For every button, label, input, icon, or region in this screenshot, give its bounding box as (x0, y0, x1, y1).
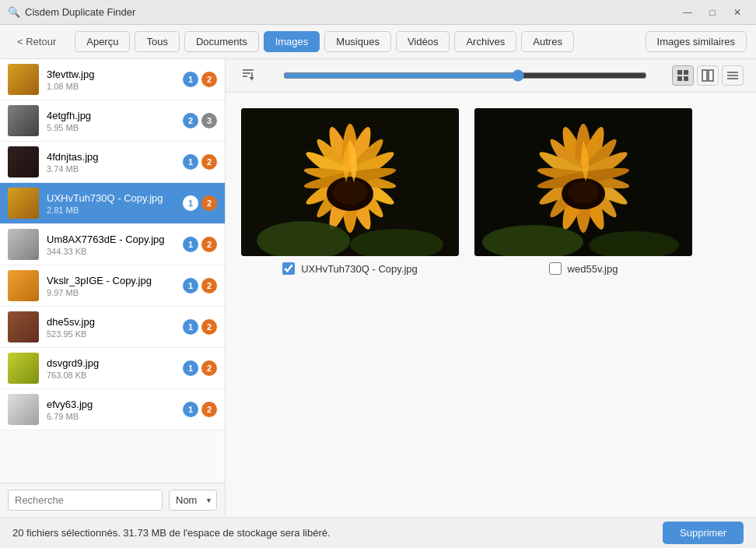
file-badges: 1 2 (183, 72, 217, 87)
badge-2: 2 (201, 195, 217, 211)
list-item[interactable]: efvy63.jpg 6.79 MB 1 2 (0, 389, 225, 430)
file-badges: 2 3 (183, 113, 217, 128)
tab-tous[interactable]: Tous (135, 31, 179, 52)
status-bar: 20 fichiers sélectionnés. 31.73 MB de l'… (0, 517, 756, 548)
file-size: 9.97 MB (47, 288, 177, 297)
file-info: Vkslr_3pIGE - Copy.jpg 9.97 MB (47, 275, 177, 297)
file-thumbnail (8, 270, 39, 301)
tab-apercu[interactable]: Aperçu (75, 31, 130, 52)
image-preview-1 (241, 108, 459, 256)
toolbar: < Retour Aperçu Tous Documents Images Mu… (0, 25, 756, 59)
file-thumbnail (8, 353, 39, 384)
file-name: UXHvTuh730Q - Copy.jpg (47, 192, 177, 204)
file-badges: 1 2 (183, 402, 217, 417)
badge-2: 2 (201, 360, 217, 376)
file-size: 523.95 KB (47, 329, 177, 339)
file-name: Vkslr_3pIGE - Copy.jpg (47, 275, 177, 286)
tab-musiques[interactable]: Musiques (324, 31, 391, 52)
file-size: 3.74 MB (47, 164, 177, 174)
file-info: UXHvTuh730Q - Copy.jpg 2.81 MB (47, 192, 177, 215)
svg-rect-4 (684, 70, 688, 75)
file-info: dsvgrd9.jpg 763.08 KB (47, 357, 177, 380)
list-item[interactable]: dsvgrd9.jpg 763.08 KB 1 2 (0, 348, 225, 389)
split-icon (702, 69, 714, 82)
tab-autres[interactable]: Autres (521, 31, 574, 52)
badge-2: 2 (201, 154, 217, 170)
badge-2: 3 (201, 113, 217, 128)
badge-1: 1 (183, 278, 198, 293)
grid-view-button[interactable] (672, 65, 694, 86)
size-slider[interactable] (283, 69, 647, 82)
image-filename-1: UXHvTuh730Q - Copy.jpg (301, 263, 418, 275)
main-content: 3fevttw.jpg 1.08 MB 1 2 4etgfh.jpg 5.95 … (0, 59, 756, 517)
back-button[interactable]: < Retour (9, 33, 64, 51)
similar-images-button[interactable]: Images similaires (646, 31, 747, 52)
svg-rect-7 (702, 70, 707, 81)
list-item[interactable]: 4fdnjtas.jpg 3.74 MB 1 2 (0, 142, 225, 183)
file-thumbnail (8, 394, 39, 425)
badge-1: 1 (183, 195, 198, 211)
file-badges: 1 2 (183, 154, 217, 170)
sort-order-button[interactable] (238, 65, 258, 86)
svg-rect-6 (684, 76, 688, 81)
images-row: UXHvTuh730Q - Copy.jpg (241, 108, 740, 275)
image-label-row-1: UXHvTuh730Q - Copy.jpg (282, 262, 418, 275)
view-toolbar (226, 59, 756, 93)
list-item[interactable]: 3fevttw.jpg 1.08 MB 1 2 (0, 59, 225, 100)
file-info: 3fevttw.jpg 1.08 MB (47, 68, 177, 91)
list-item[interactable]: Vkslr_3pIGE - Copy.jpg 9.97 MB 1 2 (0, 265, 225, 307)
tab-documents[interactable]: Documents (184, 31, 259, 52)
tab-archives[interactable]: Archives (454, 31, 516, 52)
file-name: efvy63.jpg (47, 399, 177, 410)
file-info: 4fdnjtas.jpg 3.74 MB (47, 151, 177, 174)
images-area: UXHvTuh730Q - Copy.jpg (226, 93, 756, 517)
file-name: 3fevttw.jpg (47, 68, 177, 80)
right-panel: UXHvTuh730Q - Copy.jpg (226, 59, 756, 517)
list-view-button[interactable] (722, 65, 744, 86)
svg-rect-8 (709, 70, 713, 81)
title-bar: 🔍 Cisdem Duplicate Finder — □ ✕ (0, 0, 756, 25)
badge-2: 2 (201, 278, 217, 293)
file-name: dsvgrd9.jpg (47, 357, 177, 369)
svg-rect-5 (677, 76, 682, 81)
file-name: Um8AX7763dE - Copy.jpg (47, 234, 177, 245)
badge-1: 2 (183, 113, 198, 128)
file-name: 4etgfh.jpg (47, 110, 177, 121)
list-item[interactable]: Um8AX7763dE - Copy.jpg 344.33 KB 1 2 (0, 224, 225, 265)
image-checkbox-1[interactable] (282, 262, 295, 275)
minimize-button[interactable]: — (677, 5, 698, 20)
badge-1: 1 (183, 360, 198, 376)
badge-2: 2 (201, 319, 217, 335)
file-badges: 1 2 (183, 360, 217, 376)
file-size: 344.33 KB (47, 247, 177, 256)
svg-point-23 (333, 180, 367, 205)
search-bar: Nom Taille Date (0, 483, 225, 517)
list-item[interactable]: 4etgfh.jpg 5.95 MB 2 3 (0, 100, 225, 142)
image-card: UXHvTuh730Q - Copy.jpg (241, 108, 459, 275)
file-size: 763.08 KB (47, 371, 177, 380)
close-button[interactable]: ✕ (726, 5, 748, 20)
svg-rect-3 (677, 70, 682, 75)
sort-select[interactable]: Nom Taille Date (169, 490, 217, 511)
list-item[interactable]: dhe5sv.jpg 523.95 KB 1 2 (0, 307, 225, 348)
file-thumbnail (8, 105, 39, 136)
file-thumbnail (8, 64, 39, 95)
file-thumbnail (8, 229, 39, 260)
file-badges: 1 2 (183, 319, 217, 335)
file-badges: 1 2 (183, 278, 217, 293)
list-item-active[interactable]: UXHvTuh730Q - Copy.jpg 2.81 MB 1 2 (0, 183, 225, 224)
badge-1: 1 (183, 72, 198, 87)
tab-videos[interactable]: Vidéos (396, 31, 450, 52)
split-view-button[interactable] (697, 65, 719, 86)
file-info: dhe5sv.jpg 523.95 KB (47, 316, 177, 339)
file-size: 5.95 MB (47, 123, 177, 132)
image-checkbox-2[interactable] (549, 262, 562, 275)
file-thumbnail (8, 311, 39, 342)
search-input[interactable] (8, 490, 163, 511)
tab-images[interactable]: Images (264, 31, 320, 52)
file-badges: 1 2 (183, 195, 217, 211)
sort-icon (241, 67, 255, 81)
maximize-button[interactable]: □ (702, 5, 723, 20)
sort-wrapper: Nom Taille Date (169, 490, 217, 511)
delete-button[interactable]: Supprimer (663, 522, 744, 544)
